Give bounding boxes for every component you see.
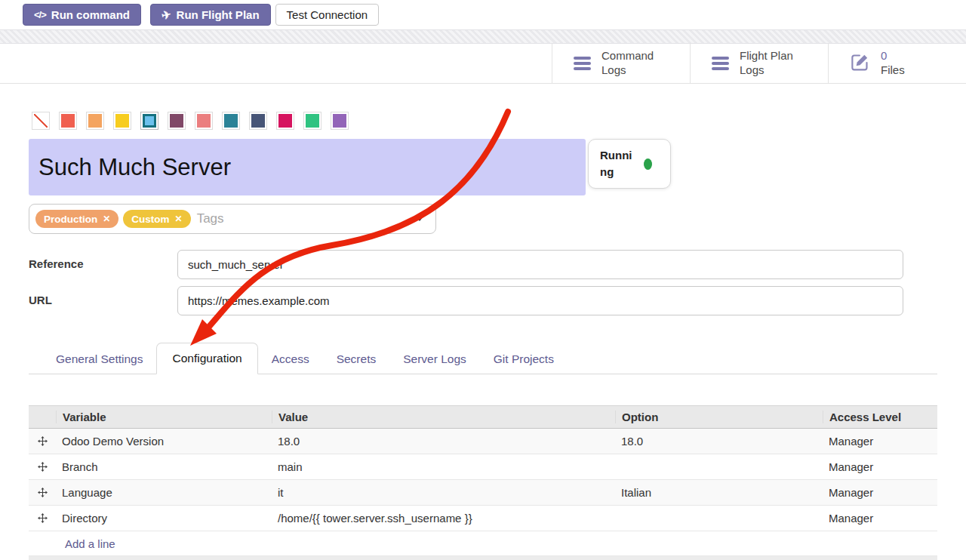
test-connection-button[interactable]: Test Connection — [275, 4, 380, 26]
table-row[interactable]: Language it Italian Manager — [29, 480, 937, 506]
cell-option[interactable]: 18.0 — [615, 435, 823, 448]
top-toolbar: </> Run command ✈ Run Flight Plan Test C… — [0, 0, 966, 29]
command-logs-label: Command Logs — [601, 49, 671, 78]
move-icon — [38, 436, 48, 446]
tags-placeholder: Tags — [197, 211, 224, 226]
table-body: Odoo Demo Version 18.0 18.0 Manager Bran… — [29, 429, 937, 531]
status-label: Running — [600, 147, 635, 180]
menu-icon — [712, 57, 729, 70]
tab-access[interactable]: Access — [258, 345, 323, 374]
hatched-band — [0, 29, 966, 44]
main-content: Such Much Server Running Production ✕ Cu… — [0, 112, 966, 560]
form-header: Command Logs Flight Plan Logs 0 Files — [0, 44, 966, 84]
swatch-teal[interactable] — [222, 112, 240, 130]
cell-value[interactable]: it — [272, 486, 615, 499]
notebook-tabs: General Settings Configuration Access Se… — [29, 343, 937, 374]
tag-production: Production ✕ — [35, 210, 118, 228]
table-row[interactable]: Branch main Manager — [29, 454, 937, 480]
chevron-down-icon[interactable] — [416, 217, 423, 221]
swatch-navy[interactable] — [249, 112, 267, 130]
table-footer-strip — [29, 556, 937, 560]
cell-variable[interactable]: Language — [56, 486, 272, 499]
run-flight-plan-label: Run Flight Plan — [177, 8, 260, 21]
tag-label: Production — [44, 214, 97, 225]
run-command-button[interactable]: </> Run command — [23, 4, 141, 26]
move-icon — [38, 488, 48, 497]
tab-server-logs[interactable]: Server Logs — [389, 345, 480, 374]
move-icon — [38, 462, 48, 472]
swatch-orange[interactable] — [86, 112, 104, 130]
files-count: 0 — [881, 49, 887, 62]
column-option[interactable]: Option — [615, 411, 823, 423]
server-form: Reference URL — [29, 250, 937, 315]
drag-handle[interactable] — [29, 488, 56, 497]
flight-plan-logs-button[interactable]: Flight Plan Logs — [690, 44, 828, 83]
move-icon — [38, 513, 48, 523]
cell-variable[interactable]: Odoo Demo Version — [56, 435, 272, 448]
cell-option[interactable]: Italian — [615, 486, 823, 499]
table-row[interactable]: Directory /home/{{ tower.server.ssh_user… — [29, 506, 937, 531]
tags-input[interactable]: Production ✕ Custom ✕ Tags — [29, 204, 436, 234]
drag-handle[interactable] — [29, 436, 56, 446]
tab-configuration[interactable]: Configuration — [156, 343, 257, 374]
swatch-salmon[interactable] — [195, 112, 213, 130]
drag-handle[interactable] — [29, 462, 56, 472]
page-title: Such Much Server — [38, 154, 231, 181]
reference-label: Reference — [29, 250, 177, 270]
menu-icon — [574, 57, 591, 70]
url-input[interactable] — [177, 286, 903, 315]
run-command-label: Run command — [51, 8, 130, 21]
url-row: URL — [29, 286, 937, 315]
cell-value[interactable]: /home/{{ tower.server.ssh_username }} — [272, 512, 615, 525]
column-access-level[interactable]: Access Level — [823, 411, 937, 423]
run-flight-plan-button[interactable]: ✈ Run Flight Plan — [150, 4, 271, 26]
files-button[interactable]: 0 Files — [828, 44, 966, 83]
tag-label: Custom — [131, 214, 169, 225]
status-badge[interactable]: Running — [588, 139, 671, 189]
test-connection-label: Test Connection — [287, 8, 368, 21]
files-count-label: 0 Files — [881, 49, 950, 78]
variables-table: Variable Value Option Access Level Odoo … — [29, 405, 937, 560]
swatch-dark-purple[interactable] — [168, 112, 186, 130]
swatch-red[interactable] — [59, 112, 77, 130]
code-icon: </> — [34, 9, 46, 20]
color-picker — [32, 112, 937, 130]
tag-custom: Custom ✕ — [123, 210, 190, 228]
cell-variable[interactable]: Branch — [56, 460, 272, 473]
files-label: Files — [881, 63, 905, 76]
tab-general-settings[interactable]: General Settings — [42, 345, 156, 374]
swatch-light-blue-selected[interactable] — [140, 112, 158, 130]
column-value[interactable]: Value — [272, 411, 615, 423]
table-row[interactable]: Odoo Demo Version 18.0 18.0 Manager — [29, 429, 937, 454]
cell-access-level[interactable]: Manager — [823, 486, 937, 499]
cell-value[interactable]: 18.0 — [272, 435, 615, 448]
server-name-field[interactable]: Such Much Server — [29, 139, 586, 195]
table-header: Variable Value Option Access Level — [29, 405, 937, 429]
column-variable[interactable]: Variable — [56, 411, 272, 423]
add-a-line-link[interactable]: Add a line — [29, 531, 937, 556]
tab-secrets[interactable]: Secrets — [323, 345, 390, 374]
swatch-green[interactable] — [303, 112, 321, 130]
status-dot-icon — [644, 158, 652, 170]
cell-value[interactable]: main — [272, 460, 615, 473]
cell-access-level[interactable]: Manager — [823, 512, 937, 525]
reference-row: Reference — [29, 250, 937, 279]
tab-git-projects[interactable]: Git Projects — [480, 345, 568, 374]
plane-icon: ✈ — [160, 7, 172, 22]
remove-tag-icon[interactable]: ✕ — [175, 214, 183, 224]
cell-access-level[interactable]: Manager — [823, 460, 937, 473]
swatch-purple[interactable] — [331, 112, 349, 130]
cell-access-level[interactable]: Manager — [823, 435, 937, 448]
cell-variable[interactable]: Directory — [56, 512, 272, 525]
title-row: Such Much Server Running — [29, 139, 937, 195]
url-label: URL — [29, 286, 177, 306]
swatch-no-color[interactable] — [32, 112, 50, 130]
flight-plan-logs-label: Flight Plan Logs — [740, 49, 809, 78]
drag-handle[interactable] — [29, 513, 56, 523]
edit-icon — [850, 52, 870, 75]
command-logs-button[interactable]: Command Logs — [552, 44, 690, 83]
swatch-crimson[interactable] — [276, 112, 294, 130]
swatch-yellow[interactable] — [113, 112, 131, 130]
reference-input[interactable] — [177, 250, 903, 279]
remove-tag-icon[interactable]: ✕ — [103, 214, 110, 224]
